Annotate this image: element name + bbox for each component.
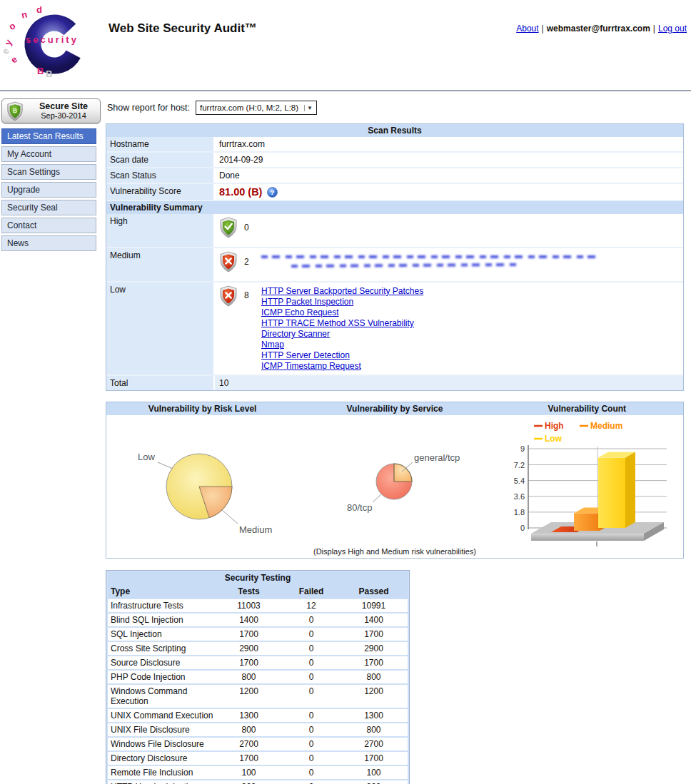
low-count: 8: [244, 290, 251, 300]
cell-tests: 2900: [215, 643, 283, 653]
sidebar-item-scan-settings[interactable]: Scan Settings: [1, 164, 96, 180]
svg-text:1.8: 1.8: [513, 508, 524, 516]
sidebar-item-upgrade[interactable]: Upgrade: [1, 182, 96, 198]
account-links: About|webmaster@furrtrax.com|Log out: [516, 24, 687, 34]
logo-security-text: security: [26, 34, 79, 45]
help-icon[interactable]: ?: [267, 187, 278, 198]
high-count: 0: [244, 223, 251, 233]
table-row: Hostname furrtrax.com: [106, 137, 683, 153]
cell-failed: 0: [283, 658, 340, 668]
table-row: HTTP Header Injection 900 0 900: [108, 780, 408, 784]
cell-tests: 1200: [215, 686, 283, 706]
scan-status-value: Done: [215, 168, 683, 183]
table-row: Blind SQL Injection 1400 0 1400: [108, 614, 408, 626]
svg-text:9: 9: [520, 444, 525, 453]
cell-failed: 0: [283, 643, 340, 653]
cell-tests: 1300: [215, 711, 283, 721]
logo-letter-echo: B: [46, 68, 52, 79]
cell-passed: 1700: [340, 658, 408, 668]
cell-tests: 800: [215, 725, 283, 735]
secure-site-shield-icon: B: [6, 101, 24, 121]
cell-tests: 1700: [215, 629, 283, 639]
cell-type: Directory Disclosure: [108, 753, 215, 763]
cell-type: Blind SQL Injection: [108, 615, 215, 625]
svg-text:Medium: Medium: [590, 421, 622, 431]
cell-type: PHP Code Injection: [108, 672, 215, 682]
svg-text:High: High: [545, 421, 564, 431]
cell-passed: 800: [340, 672, 408, 682]
summary-row-high: High 0: [106, 214, 683, 248]
vulnerability-link[interactable]: HTTP TRACE Method XSS Vulnerability: [261, 318, 423, 329]
vulnerability-link[interactable]: ICMP Timestamp Request: [261, 361, 423, 372]
medium-label: Medium: [106, 248, 215, 281]
sidebar-item-my-account[interactable]: My Account: [1, 146, 96, 162]
sidebar-item-contact[interactable]: Contact: [1, 218, 96, 233]
table-row: PHP Code Injection 800 0 800: [108, 671, 408, 683]
table-row: Source Disclosure 1700 0 1700: [108, 656, 408, 669]
security-testing-table: Security Testing Type Tests Failed Passe…: [106, 570, 410, 784]
svg-text:80/tcp: 80/tcp: [347, 502, 372, 513]
scan-results-title: Scan Results: [106, 124, 683, 137]
risk-level-pie-icon: Low Medium: [106, 415, 298, 558]
table-row: Scan Status Done: [106, 168, 683, 184]
cell-type: Cross Site Scripting: [108, 643, 215, 653]
table-row: Directory Disclosure 1700 0 1700: [108, 752, 408, 765]
vulnerability-link[interactable]: HTTP Server Backported Security Patches: [261, 286, 423, 297]
sidebar-item-latest-scan-results[interactable]: Latest Scan Results: [1, 128, 96, 144]
security-testing-title: Security Testing: [108, 572, 408, 585]
vulnerability-link[interactable]: Directory Scanner: [261, 329, 423, 340]
charts-caption: (Displays High and Medium risk vulnerabi…: [106, 547, 683, 556]
svg-text:7.2: 7.2: [513, 461, 524, 469]
security-testing-header: Type Tests Failed Passed: [108, 585, 408, 598]
host-select-label: Show report for host:: [107, 103, 190, 113]
cell-type: Remote File Inclusion: [108, 768, 215, 778]
svg-text:B: B: [13, 107, 17, 114]
vulnerability-link[interactable]: HTTP Server Detection: [261, 350, 423, 361]
chart-risk-level: Low Medium: [106, 415, 298, 558]
host-select-value: furrtrax.com (H:0, M:2, L:8): [200, 103, 298, 112]
sidebar-item-news[interactable]: News: [1, 235, 96, 251]
cell-failed: 0: [283, 672, 340, 682]
cell-failed: 0: [283, 725, 340, 735]
separator: |: [653, 24, 655, 34]
logo-letter: d: [36, 4, 42, 15]
cell-tests: 11003: [215, 601, 283, 611]
summary-row-medium: Medium 2: [106, 248, 683, 282]
shield-alert-icon: [219, 251, 238, 273]
host-select[interactable]: furrtrax.com (H:0, M:2, L:8) ▼: [196, 101, 317, 115]
logout-link[interactable]: Log out: [658, 24, 687, 34]
cell-tests: 1700: [215, 658, 283, 668]
svg-text:5.4: 5.4: [513, 477, 524, 485]
scan-date-label: Scan date: [106, 153, 215, 167]
cell-passed: 1700: [340, 753, 408, 763]
vulnerability-link[interactable]: HTTP Packet Inspection: [261, 297, 423, 307]
svg-text:Medium: Medium: [239, 524, 272, 535]
chart-service: general/tcp 80/tcp: [298, 415, 490, 558]
chart-title-risk-level: Vulnerability by Risk Level: [106, 402, 298, 415]
scan-results-table: Scan Results Hostname furrtrax.com Scan …: [106, 123, 684, 391]
vulnerability-link[interactable]: Nmap: [261, 340, 423, 350]
cell-type: Infrastructure Tests: [108, 601, 215, 611]
vulnerability-link[interactable]: ICMP Echo Request: [261, 307, 423, 318]
chart-title-service: Vulnerability by Service: [298, 402, 490, 415]
cell-passed: 800: [340, 725, 408, 735]
vulnerability-count-bars-icon: High Medium Low: [504, 415, 682, 555]
svg-text:0: 0: [520, 524, 525, 532]
cell-tests: 2700: [215, 739, 283, 749]
sidebar-item-security-seal[interactable]: Security Seal: [1, 200, 96, 215]
cell-type: Windows Command Execution: [108, 686, 215, 706]
col-failed: Failed: [283, 586, 340, 596]
svg-text:Low: Low: [138, 452, 155, 462]
sidebar: B Secure Site Sep-30-2014 Latest Scan Re…: [1, 98, 96, 253]
cell-failed: 0: [283, 753, 340, 763]
cell-type: SQL Injection: [108, 629, 215, 639]
secure-site-seal[interactable]: B Secure Site Sep-30-2014: [1, 98, 101, 123]
cell-passed: 2900: [340, 643, 408, 653]
cell-passed: 1700: [340, 629, 408, 639]
cell-tests: 1400: [215, 615, 283, 625]
about-link[interactable]: About: [516, 24, 538, 34]
main-content: Show report for host: furrtrax.com (H:0,…: [106, 98, 684, 784]
medium-links-redacted: [261, 255, 597, 267]
cell-tests: 100: [215, 768, 283, 778]
seal-title: Secure Site: [29, 102, 99, 111]
